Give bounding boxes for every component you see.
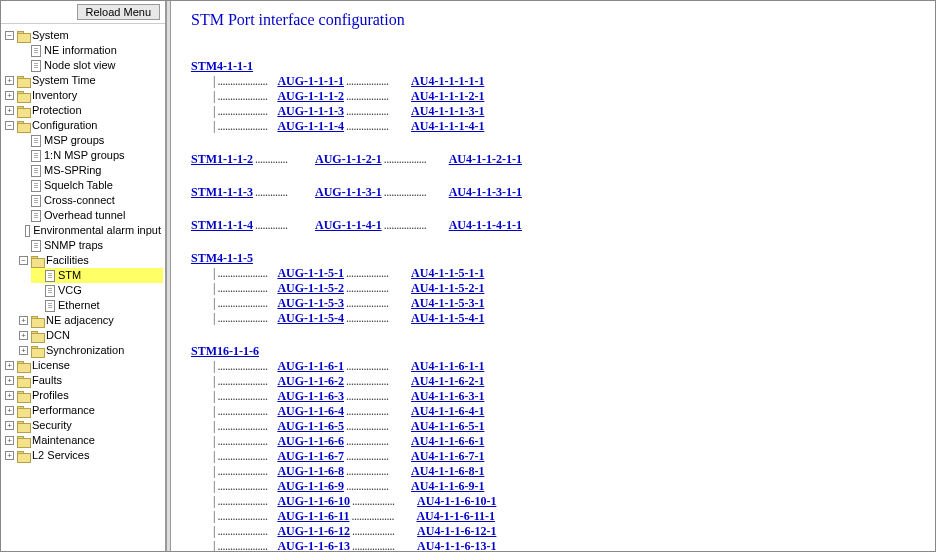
- tree-item[interactable]: −Configuration: [3, 118, 163, 133]
- au4-link[interactable]: AU4-1-1-6-3-1: [411, 389, 484, 404]
- tree-item[interactable]: +Inventory: [3, 88, 163, 103]
- expand-icon[interactable]: +: [5, 376, 14, 385]
- au4-link[interactable]: AU4-1-1-6-12-1: [417, 524, 496, 539]
- tree-item[interactable]: NE information: [17, 43, 163, 58]
- aug-link[interactable]: AUG-1-1-6-2: [277, 374, 344, 389]
- aug-link[interactable]: AUG-1-1-1-2: [277, 89, 344, 104]
- au4-link[interactable]: AU4-1-1-1-3-1: [411, 104, 484, 119]
- expand-icon[interactable]: +: [5, 76, 14, 85]
- aug-link[interactable]: AUG-1-1-1-4: [277, 119, 344, 134]
- au4-link[interactable]: AU4-1-1-6-7-1: [411, 449, 484, 464]
- stm-port-link[interactable]: STM16-1-1-6: [191, 344, 259, 358]
- stm-port-link[interactable]: STM4-1-1-5: [191, 251, 253, 265]
- tree-item[interactable]: +Faults: [3, 373, 163, 388]
- expand-icon[interactable]: +: [5, 421, 14, 430]
- tree-item[interactable]: Node slot view: [17, 58, 163, 73]
- expand-icon[interactable]: +: [5, 106, 14, 115]
- aug-link[interactable]: AUG-1-1-5-2: [277, 281, 344, 296]
- expand-icon[interactable]: +: [19, 316, 28, 325]
- au4-link[interactable]: AU4-1-1-1-4-1: [411, 119, 484, 134]
- aug-link[interactable]: AUG-1-1-6-10: [277, 494, 350, 509]
- aug-link[interactable]: AUG-1-1-3-1: [315, 185, 382, 200]
- au4-link[interactable]: AU4-1-1-6-6-1: [411, 434, 484, 449]
- au4-link[interactable]: AU4-1-1-5-1-1: [411, 266, 484, 281]
- aug-link[interactable]: AUG-1-1-6-7: [277, 449, 344, 464]
- aug-link[interactable]: AUG-1-1-6-3: [277, 389, 344, 404]
- collapse-icon[interactable]: −: [5, 31, 14, 40]
- au4-link[interactable]: AU4-1-1-1-1-1: [411, 74, 484, 89]
- tree-item[interactable]: +Protection: [3, 103, 163, 118]
- tree-item[interactable]: +Profiles: [3, 388, 163, 403]
- au4-link[interactable]: AU4-1-1-6-13-1: [417, 539, 496, 551]
- tree-item[interactable]: +Synchronization: [17, 343, 163, 358]
- au4-link[interactable]: AU4-1-1-5-2-1: [411, 281, 484, 296]
- au4-link[interactable]: AU4-1-1-6-9-1: [411, 479, 484, 494]
- tree-item[interactable]: 1:N MSP groups: [17, 148, 163, 163]
- collapse-icon[interactable]: −: [5, 121, 14, 130]
- tree-item[interactable]: Overhead tunnel: [17, 208, 163, 223]
- tree-item[interactable]: +System Time: [3, 73, 163, 88]
- aug-link[interactable]: AUG-1-1-5-4: [277, 311, 344, 326]
- tree-item[interactable]: +L2 Services: [3, 448, 163, 463]
- expand-icon[interactable]: +: [5, 436, 14, 445]
- tree-item[interactable]: +Security: [3, 418, 163, 433]
- tree-item[interactable]: MS-SPRing: [17, 163, 163, 178]
- tree-item[interactable]: SNMP traps: [17, 238, 163, 253]
- au4-link[interactable]: AU4-1-1-4-1-1: [449, 218, 522, 233]
- au4-link[interactable]: AU4-1-1-6-10-1: [417, 494, 496, 509]
- tree-item[interactable]: +Performance: [3, 403, 163, 418]
- expand-icon[interactable]: +: [5, 361, 14, 370]
- tree-item[interactable]: −Facilities: [17, 253, 163, 268]
- au4-link[interactable]: AU4-1-1-3-1-1: [449, 185, 522, 200]
- au4-link[interactable]: AU4-1-1-5-3-1: [411, 296, 484, 311]
- collapse-icon[interactable]: −: [19, 256, 28, 265]
- au4-link[interactable]: AU4-1-1-6-4-1: [411, 404, 484, 419]
- expand-icon[interactable]: +: [5, 91, 14, 100]
- expand-icon[interactable]: +: [19, 346, 28, 355]
- tree-item[interactable]: +License: [3, 358, 163, 373]
- au4-link[interactable]: AU4-1-1-6-5-1: [411, 419, 484, 434]
- aug-link[interactable]: AUG-1-1-6-5: [277, 419, 344, 434]
- aug-link[interactable]: AUG-1-1-6-12: [277, 524, 350, 539]
- aug-link[interactable]: AUG-1-1-6-1: [277, 359, 344, 374]
- stm-port-link[interactable]: STM4-1-1-1: [191, 59, 253, 73]
- stm-port-link[interactable]: STM1-1-1-3: [191, 185, 253, 200]
- aug-link[interactable]: AUG-1-1-6-13: [277, 539, 350, 551]
- expand-icon[interactable]: +: [5, 406, 14, 415]
- au4-link[interactable]: AU4-1-1-6-1-1: [411, 359, 484, 374]
- tree-item[interactable]: +DCN: [17, 328, 163, 343]
- au4-link[interactable]: AU4-1-1-1-2-1: [411, 89, 484, 104]
- au4-link[interactable]: AU4-1-1-2-1-1: [449, 152, 522, 167]
- expand-icon[interactable]: +: [5, 451, 14, 460]
- stm-port-link[interactable]: STM1-1-1-2: [191, 152, 253, 167]
- tree-item[interactable]: VCG: [31, 283, 163, 298]
- aug-link[interactable]: AUG-1-1-2-1: [315, 152, 382, 167]
- tree-item[interactable]: Environmental alarm input: [17, 223, 163, 238]
- expand-icon[interactable]: +: [5, 391, 14, 400]
- tree-item[interactable]: MSP groups: [17, 133, 163, 148]
- tree-item[interactable]: STM: [31, 268, 163, 283]
- tree-item[interactable]: +Maintenance: [3, 433, 163, 448]
- au4-link[interactable]: AU4-1-1-5-4-1: [411, 311, 484, 326]
- tree-item[interactable]: Cross-connect: [17, 193, 163, 208]
- au4-link[interactable]: AU4-1-1-6-8-1: [411, 464, 484, 479]
- au4-link[interactable]: AU4-1-1-6-11-1: [416, 509, 495, 524]
- tree-item[interactable]: −System: [3, 28, 163, 43]
- tree-item[interactable]: +NE adjacency: [17, 313, 163, 328]
- aug-link[interactable]: AUG-1-1-1-1: [277, 74, 344, 89]
- aug-link[interactable]: AUG-1-1-6-11: [277, 509, 349, 524]
- tree-item[interactable]: Ethernet: [31, 298, 163, 313]
- aug-link[interactable]: AUG-1-1-4-1: [315, 218, 382, 233]
- aug-link[interactable]: AUG-1-1-6-8: [277, 464, 344, 479]
- aug-link[interactable]: AUG-1-1-6-9: [277, 479, 344, 494]
- aug-link[interactable]: AUG-1-1-5-3: [277, 296, 344, 311]
- tree-item[interactable]: Squelch Table: [17, 178, 163, 193]
- aug-link[interactable]: AUG-1-1-5-1: [277, 266, 344, 281]
- aug-link[interactable]: AUG-1-1-1-3: [277, 104, 344, 119]
- expand-icon[interactable]: +: [19, 331, 28, 340]
- reload-menu-button[interactable]: Reload Menu: [77, 4, 160, 20]
- au4-link[interactable]: AU4-1-1-6-2-1: [411, 374, 484, 389]
- aug-link[interactable]: AUG-1-1-6-4: [277, 404, 344, 419]
- stm-port-link[interactable]: STM1-1-1-4: [191, 218, 253, 233]
- aug-link[interactable]: AUG-1-1-6-6: [277, 434, 344, 449]
